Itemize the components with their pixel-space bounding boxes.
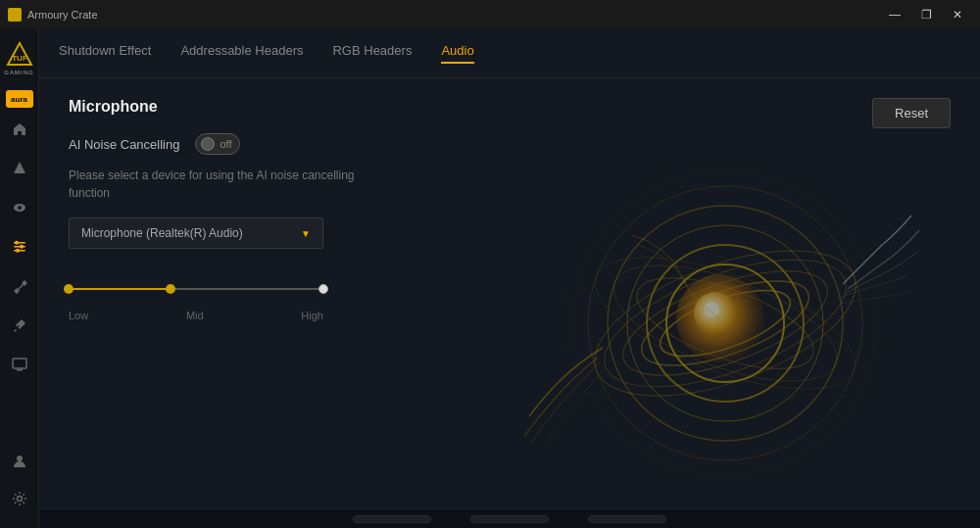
sidebar-item-settings[interactable] <box>2 481 37 516</box>
close-button[interactable]: ✕ <box>943 5 972 24</box>
slider-handle-mid[interactable] <box>166 284 175 294</box>
sidebar: TUF GAMING aura <box>0 29 39 528</box>
sidebar-item-display[interactable] <box>2 347 37 382</box>
title-bar: Armoury Crate — ❐ ✕ <box>0 0 980 29</box>
main-content: Reset Microphone AI Noise Cancelling off… <box>39 78 980 508</box>
svg-point-13 <box>17 497 22 502</box>
sidebar-bottom <box>2 442 37 518</box>
svg-text:TUF: TUF <box>12 54 27 63</box>
sidebar-item-notifications[interactable] <box>2 151 37 186</box>
svg-rect-10 <box>13 359 26 368</box>
microphone-section-title: Microphone <box>69 98 951 116</box>
slider-label-low: Low <box>69 310 88 321</box>
nav-tabs: Shutdown Effect Addressable Headers RGB … <box>39 29 980 78</box>
toggle-state: off <box>220 138 231 150</box>
bottom-notch-left <box>353 515 431 523</box>
tab-shutdown[interactable]: Shutdown Effect <box>59 43 151 64</box>
slider-handle-high[interactable] <box>318 284 328 294</box>
svg-rect-11 <box>17 369 23 371</box>
svg-point-3 <box>18 206 22 210</box>
app-icon <box>8 8 22 22</box>
app-title: Armoury Crate <box>27 9 98 21</box>
slider-handle-low[interactable] <box>64 284 74 294</box>
slider-label-high: High <box>301 310 323 321</box>
dropdown-arrow-icon: ▼ <box>301 228 311 239</box>
sidebar-item-eye[interactable] <box>2 190 37 225</box>
sidebar-item-tools[interactable] <box>2 268 37 304</box>
slider-labels: Low Mid High <box>69 310 323 321</box>
tab-audio[interactable]: Audio <box>441 43 473 64</box>
device-dropdown[interactable]: Microphone (Realtek(R) Audio) ▼ <box>69 217 323 249</box>
reset-button[interactable]: Reset <box>872 98 951 128</box>
tuf-logo: TUF GAMING <box>4 37 35 78</box>
svg-point-9 <box>16 249 20 253</box>
sidebar-item-sliders[interactable] <box>2 229 37 264</box>
sidebar-item-pin[interactable] <box>2 308 37 343</box>
noise-level-slider[interactable]: Low Mid High <box>69 288 323 321</box>
maximize-button[interactable]: ❐ <box>911 5 941 24</box>
hint-text: Please select a device for using the AI … <box>69 167 363 202</box>
app-body: TUF GAMING aura <box>0 29 980 528</box>
slider-label-mid: Mid <box>186 310 204 321</box>
sidebar-item-notifications[interactable]: aura <box>6 90 33 108</box>
gaming-label: GAMING <box>4 70 33 75</box>
notification-badge: aura <box>11 95 27 104</box>
dropdown-value: Microphone (Realtek(R) Audio) <box>81 226 243 240</box>
window-controls: — ❐ ✕ <box>880 5 972 24</box>
sidebar-item-user[interactable] <box>2 444 37 479</box>
tab-addressable[interactable]: Addressable Headers <box>180 43 303 64</box>
tab-rgb[interactable]: RGB Headers <box>332 43 412 64</box>
ai-noise-label: AI Noise Cancelling <box>69 137 179 152</box>
svg-point-7 <box>15 241 19 245</box>
svg-point-8 <box>20 245 24 249</box>
minimize-button[interactable]: — <box>880 5 909 24</box>
title-bar-left: Armoury Crate <box>8 8 98 22</box>
audio-visualization <box>510 127 921 519</box>
toggle-circle <box>201 137 215 151</box>
sidebar-item-home[interactable] <box>2 112 37 147</box>
slider-track <box>69 288 323 290</box>
content-area: Shutdown Effect Addressable Headers RGB … <box>39 29 980 528</box>
ai-noise-toggle[interactable]: off <box>195 133 240 155</box>
svg-point-12 <box>17 456 23 461</box>
